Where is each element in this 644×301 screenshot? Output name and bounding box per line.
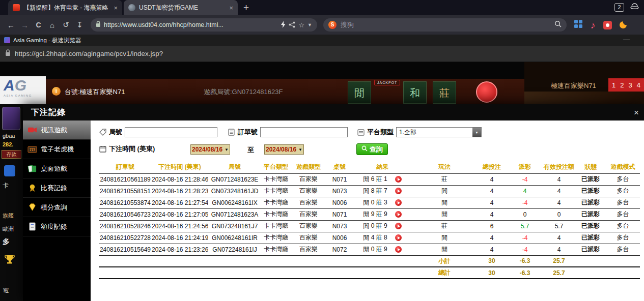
table-row[interactable]: 240816210515649 2024-08-16 21:23:26 GN07… — [99, 244, 640, 255]
lobby-item-fragment[interactable]: 歐洲 — [3, 225, 14, 233]
new-tab-button[interactable]: + — [243, 0, 249, 15]
table-number-tabs[interactable]: 1 2 3 4 — [608, 78, 644, 92]
browser-tab-usdt-game[interactable]: USDT加密货币GAME × — [124, 0, 238, 15]
cell-game-mode: 多台 — [606, 232, 640, 244]
tab-close-icon[interactable]: × — [114, 4, 118, 12]
num-tab-4[interactable]: 4 — [637, 81, 640, 89]
share-icon[interactable] — [289, 21, 295, 29]
cell-order-number: 240816210553874 — [99, 197, 152, 208]
home-icon[interactable]: ⌂ — [45, 21, 59, 29]
replay-play-icon[interactable] — [395, 211, 402, 218]
refresh-icon[interactable]: C — [32, 21, 45, 29]
lobby-item-fragment[interactable]: 旗艦 — [3, 212, 14, 220]
cell-game-type: 百家樂 — [290, 232, 327, 244]
cell-result: 閒 4 莊 8 — [352, 232, 412, 244]
cell-order-number: 240816210515649 — [99, 244, 152, 255]
bet-banker-button[interactable]: 莊 — [433, 81, 456, 104]
lobby-item-fragment[interactable]: 多 — [3, 237, 10, 247]
tab-close-icon[interactable]: × — [229, 4, 233, 12]
menu-item-match-records[interactable]: 比賽記錄 — [23, 178, 91, 198]
menu-item-credit-records[interactable]: 額度記錄 — [23, 217, 91, 236]
music-note-icon[interactable]: ♪ — [591, 20, 596, 30]
menu-item-video-games[interactable]: 視訊遊戲 — [23, 121, 91, 140]
apps-grid-icon[interactable] — [574, 19, 583, 31]
platform-type-value: 1.全部 — [399, 128, 416, 137]
platform-type-label: 平台類型 — [367, 128, 394, 137]
round-number-input[interactable] — [125, 127, 217, 137]
query-button[interactable]: 查詢 — [356, 143, 388, 155]
ag-logo: AG ASIA GAMING — [0, 76, 46, 104]
trophy-icon[interactable] — [4, 254, 15, 267]
deposit-button[interactable]: 存款 — [2, 150, 21, 159]
replay-play-icon[interactable] — [395, 188, 402, 194]
date-from-picker[interactable]: 2024/08/16 ▼ — [190, 144, 230, 155]
table-row[interactable]: 240816210522728 2024-08-16 21:24:19 GN00… — [99, 232, 640, 244]
table-row[interactable]: 240816210553874 2024-08-16 21:27:54 GN00… — [99, 197, 640, 208]
replay-play-icon[interactable] — [395, 246, 402, 253]
history-icon[interactable]: ↺ — [59, 20, 73, 29]
cell-payout: -4 — [507, 232, 543, 244]
cell-game-mode: 多台 — [606, 208, 640, 220]
lobby-left-strip: gbaa 282. 存款 卡 旗艦 歐洲 多 電 — [0, 104, 23, 301]
col-header: 遊戲類型 — [290, 161, 327, 173]
app-address-url[interactable]: https://gci.2hhapi.com/agingame/pcv1/ind… — [15, 50, 163, 57]
replay-play-icon[interactable] — [395, 223, 402, 229]
cell-round-number: GN073248161J7 — [208, 220, 262, 232]
lobby-item-fragment[interactable]: 卡 — [3, 182, 9, 190]
download-icon[interactable]: ↧ — [73, 20, 87, 29]
sogou-search-bar[interactable]: S 搜狗 — [323, 18, 567, 32]
tab-title: USDT加密货币GAME — [139, 4, 226, 12]
cell-play-type: 莊 — [412, 173, 477, 185]
address-bar[interactable]: https://www.usdt04.com/hhcp/home.html...… — [91, 18, 317, 32]
toolbar-extensions: ♪ — [574, 19, 628, 31]
replay-play-icon[interactable] — [395, 199, 402, 206]
table-row[interactable]: 240816210546723 2024-08-16 21:27:05 GN07… — [99, 208, 640, 220]
lobby-item-fragment[interactable]: 電 — [3, 286, 9, 295]
browser-tab-sports[interactable]: 【新提醒】体育电竞 - 海燕策略 × — [8, 0, 122, 15]
forward-icon[interactable]: → — [18, 21, 32, 29]
bet-player-button[interactable]: 閒 — [348, 81, 371, 104]
menu-item-table-games[interactable]: 桌面遊戲 — [23, 159, 91, 178]
search-input[interactable]: 搜狗 — [341, 20, 550, 29]
tab-title: 【新提醒】体育电竞 - 海燕策略 — [23, 4, 110, 12]
menu-item-slots[interactable]: 777 電子老虎機 — [23, 140, 91, 159]
num-tab-3[interactable]: 3 — [629, 81, 632, 89]
app-address-bar[interactable]: https://gci.2hhapi.com/agingame/pcv1/ind… — [0, 46, 644, 62]
replay-play-icon[interactable] — [395, 176, 402, 183]
window-count-badge[interactable]: 2 — [614, 3, 624, 12]
modal-header: 下注記錄 × — [23, 104, 644, 121]
back-icon[interactable]: ← — [4, 21, 18, 29]
hat-icon[interactable] — [630, 3, 639, 12]
cell-round-number: GN006248161IX — [208, 197, 262, 208]
cell-status: 已派彩 — [575, 244, 606, 255]
table-row[interactable]: 240816210558151 2024-08-16 21:28:23 GN07… — [99, 185, 640, 197]
menu-item-points[interactable]: 積分查詢 — [23, 198, 91, 217]
menu-item-label: 比賽記錄 — [41, 184, 67, 193]
red-app-icon[interactable] — [603, 21, 612, 29]
platform-type-select[interactable]: 1.全部 ▼ — [396, 127, 482, 137]
num-tab-2[interactable]: 2 — [620, 81, 624, 89]
result-text: 閒 0 莊 9 — [363, 222, 387, 230]
minimize-icon[interactable]: — — [623, 36, 630, 43]
date-to-picker[interactable]: 2024/08/16 ▼ — [264, 144, 304, 155]
app-window-icon — [4, 37, 10, 43]
order-doc-icon — [228, 129, 235, 136]
document-icon — [27, 222, 37, 231]
table-row[interactable]: 240816210561189 2024-08-16 21:28:46 GN07… — [99, 173, 640, 185]
select-arrow-icon[interactable]: ▼ — [472, 128, 481, 137]
table-row[interactable]: 240816210528246 2024-08-16 21:24:56 GN07… — [99, 220, 640, 232]
chevron-down-icon[interactable]: ▼ — [307, 23, 312, 27]
address-url[interactable]: https://www.usdt04.com/hhcp/home.html... — [104, 21, 278, 28]
star-icon[interactable]: ☆ — [298, 22, 304, 28]
cell-platform-type: 卡卡灣廳 — [262, 208, 290, 220]
order-number-input[interactable] — [260, 127, 348, 137]
close-icon[interactable]: × — [634, 108, 639, 117]
num-tab-1[interactable]: 1 — [612, 81, 615, 89]
night-mode-moon-icon[interactable] — [620, 20, 628, 31]
col-header: 訂單號 — [99, 161, 152, 173]
lightning-icon[interactable] — [281, 21, 286, 29]
bet-tie-button[interactable]: 和 — [403, 81, 427, 104]
magnifier-icon[interactable] — [554, 20, 562, 29]
replay-play-icon[interactable] — [395, 234, 402, 241]
lobby-category-icon[interactable] — [4, 165, 15, 176]
